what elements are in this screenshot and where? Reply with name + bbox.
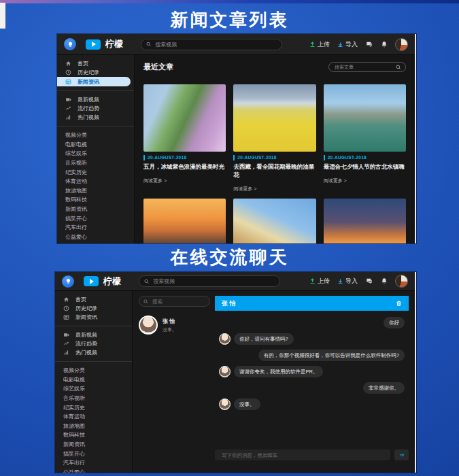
messages-icon[interactable] bbox=[365, 41, 373, 48]
category-item[interactable]: 新闻资讯 bbox=[57, 205, 134, 214]
video-search-input[interactable] bbox=[152, 277, 275, 285]
video-search-input[interactable] bbox=[154, 41, 277, 48]
article-card[interactable] bbox=[324, 199, 406, 243]
message-bubble: 有的，你那个视频很好看，你可以告诉我是什么软件制作吗? bbox=[258, 350, 405, 361]
contact-list-item[interactable]: 张 怡 没事。 bbox=[139, 316, 215, 335]
send-arrow-icon bbox=[398, 452, 405, 458]
article-card[interactable]: 20-AUGUST-2018 最适合七夕情人节的古北水镇嗨 阅读更多 > bbox=[324, 84, 406, 192]
category-item[interactable]: 公益爱心 bbox=[55, 468, 132, 473]
articles-main: 最近文章 20-AUGUST-2018 五月，冰城紫色浪漫的最美时光 阅读更多 … bbox=[135, 55, 415, 243]
article-card[interactable] bbox=[143, 199, 226, 243]
search-icon bbox=[144, 279, 149, 284]
app-logo[interactable] bbox=[62, 275, 74, 288]
category-item[interactable]: 综艺娱乐 bbox=[57, 149, 134, 158]
article-search-box[interactable] bbox=[328, 62, 406, 72]
category-item[interactable]: 视频分类 bbox=[57, 131, 134, 140]
category-item[interactable]: 纪实历史 bbox=[55, 403, 132, 412]
category-item[interactable]: 音乐视听 bbox=[57, 158, 134, 168]
sidebar-item-hot[interactable]: 热门视频 bbox=[55, 348, 132, 357]
app-logo[interactable] bbox=[64, 38, 76, 50]
search-icon bbox=[143, 299, 148, 304]
read-more-link[interactable]: 阅读更多 > bbox=[233, 186, 316, 192]
screenshot-chat-app: 柠檬 上传 导入 首页 历史纪录 bbox=[55, 272, 416, 473]
category-item[interactable]: 旅游地图 bbox=[57, 186, 134, 196]
video-icon bbox=[65, 97, 71, 103]
messages-icon[interactable] bbox=[365, 277, 373, 285]
message-input[interactable] bbox=[220, 452, 385, 459]
contact-search-box[interactable] bbox=[139, 296, 210, 307]
read-more-link[interactable]: 阅读更多 > bbox=[324, 177, 406, 184]
section-title-news: 新闻文章列表 bbox=[0, 8, 459, 32]
divider bbox=[55, 326, 132, 326]
category-item[interactable]: 汽车出行 bbox=[55, 458, 132, 468]
bulb-icon bbox=[65, 278, 71, 284]
sidebar-item-news[interactable]: 新闻资讯 bbox=[55, 313, 132, 322]
category-item[interactable]: 搞笑开心 bbox=[55, 449, 132, 458]
message-bubble: 谢谢你夸奖，我使用的软件是PR。 bbox=[234, 366, 323, 377]
article-card[interactable]: 20-AUGUST-2018 去西藏，看全国花期最晚的油菜花 阅读更多 > bbox=[233, 84, 316, 192]
bell-icon[interactable] bbox=[381, 41, 388, 48]
article-search-input[interactable] bbox=[333, 64, 393, 70]
category-item[interactable]: 汽车出行 bbox=[57, 223, 134, 233]
user-avatar[interactable] bbox=[395, 38, 408, 51]
article-card[interactable]: 20-AUGUST-2018 五月，冰城紫色浪漫的最美时光 阅读更多 > bbox=[143, 84, 226, 192]
contact-avatar bbox=[139, 316, 158, 335]
brand-name: 柠檬 bbox=[103, 275, 121, 288]
sidebar-item-latest[interactable]: 最新视频 bbox=[57, 95, 134, 104]
category-item[interactable]: 电影电视 bbox=[57, 140, 134, 150]
play-logo-icon[interactable] bbox=[86, 39, 101, 50]
article-title: 五月，冰城紫色浪漫的最美时光 bbox=[143, 163, 226, 171]
contact-search-input[interactable] bbox=[151, 298, 205, 305]
sidebar-item-hot[interactable]: 热门视频 bbox=[57, 113, 134, 122]
article-card[interactable] bbox=[233, 199, 316, 243]
bell-icon[interactable] bbox=[381, 277, 388, 285]
import-button[interactable]: 导入 bbox=[337, 40, 358, 49]
category-item[interactable]: 旅游地图 bbox=[55, 422, 132, 431]
category-item[interactable]: 综艺娱乐 bbox=[55, 384, 132, 394]
play-logo-icon[interactable] bbox=[84, 276, 99, 286]
category-item[interactable]: 体育运动 bbox=[57, 177, 134, 186]
sidebar-item-history[interactable]: 历史纪录 bbox=[55, 304, 132, 313]
video-search-box[interactable] bbox=[141, 39, 282, 50]
sidebar-item-news[interactable]: 新闻资讯 bbox=[57, 77, 131, 86]
upload-label: 上传 bbox=[318, 40, 330, 49]
category-item[interactable]: 电影电视 bbox=[55, 375, 132, 385]
sidebar-item-trending[interactable]: 流行趋势 bbox=[55, 339, 132, 348]
category-item[interactable]: 数码科技 bbox=[57, 195, 134, 205]
category-item[interactable]: 视频分类 bbox=[55, 366, 132, 375]
category-item[interactable]: 纪实历史 bbox=[57, 167, 134, 177]
user-avatar[interactable] bbox=[395, 275, 408, 288]
sidebar-item-latest[interactable]: 最新视频 bbox=[55, 330, 132, 339]
send-button[interactable] bbox=[394, 449, 409, 460]
sidebar-item-home[interactable]: 首页 bbox=[55, 295, 132, 304]
category-item[interactable]: 音乐视听 bbox=[55, 394, 132, 403]
category-item[interactable]: 公益爱心 bbox=[57, 233, 134, 242]
bar-chart-icon bbox=[65, 114, 71, 120]
read-more-link[interactable]: 阅读更多 > bbox=[143, 177, 226, 184]
video-search-box[interactable] bbox=[139, 275, 280, 287]
sidebar-item-home[interactable]: 首页 bbox=[57, 59, 134, 68]
search-icon bbox=[146, 41, 151, 47]
article-date: 20-AUGUST-2018 bbox=[233, 155, 316, 160]
delete-conversation-button[interactable] bbox=[396, 300, 402, 307]
sidebar-label: 最新视频 bbox=[75, 331, 97, 339]
sidebar-item-trending[interactable]: 流行趋势 bbox=[57, 104, 134, 113]
message-row: 谢谢你夸奖，我使用的软件是PR。 bbox=[219, 366, 405, 377]
upload-button[interactable]: 上传 bbox=[309, 277, 330, 286]
category-item[interactable]: 体育运动 bbox=[55, 412, 132, 422]
sidebar-item-history[interactable]: 历史纪录 bbox=[57, 68, 134, 77]
message-input-box[interactable] bbox=[215, 449, 390, 460]
upload-button[interactable]: 上传 bbox=[309, 40, 330, 49]
article-image-stone-bridge bbox=[324, 84, 406, 152]
divider bbox=[57, 126, 134, 126]
category-item[interactable]: 数码科技 bbox=[55, 430, 132, 440]
category-item[interactable]: 搞笑开心 bbox=[57, 214, 134, 223]
category-item[interactable]: 新闻资讯 bbox=[55, 440, 132, 449]
import-button[interactable]: 导入 bbox=[337, 277, 358, 286]
article-title: 去西藏，看全国花期最晚的油菜花 bbox=[233, 163, 316, 180]
screenshot-news-app: 柠檬 上传 导入 首页 历史纪录 bbox=[57, 34, 416, 243]
section-title-chat: 在线交流聊天 bbox=[0, 245, 459, 269]
message-row: 有的，你那个视频很好看，你可以告诉我是什么软件制作吗? bbox=[219, 350, 405, 361]
home-icon bbox=[63, 296, 69, 303]
sidebar-label: 历史纪录 bbox=[78, 69, 99, 76]
